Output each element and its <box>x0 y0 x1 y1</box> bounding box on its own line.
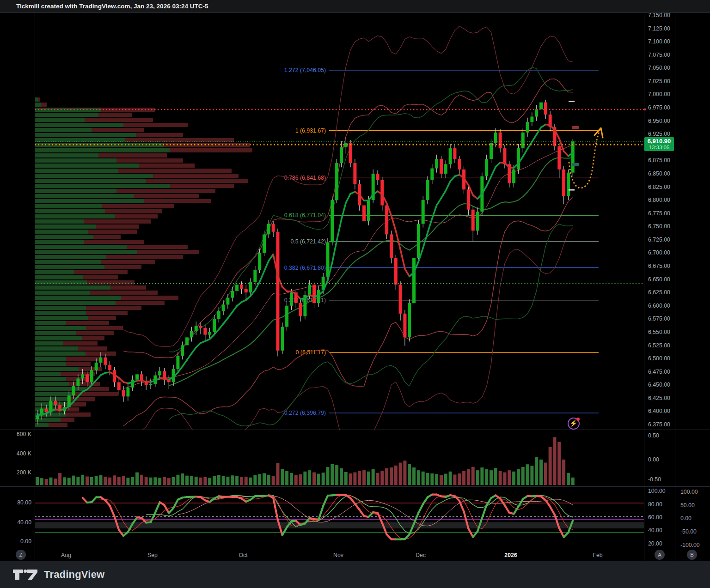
flash-icon[interactable]: ⚡ <box>568 418 580 430</box>
svg-text:6,800.00: 6,800.00 <box>648 197 670 203</box>
svg-text:7,000.00: 7,000.00 <box>648 91 670 97</box>
svg-text:80.00: 80.00 <box>17 499 31 506</box>
svg-text:6,525.00: 6,525.00 <box>648 342 670 349</box>
fib-level-label: 1 (6,931.67) <box>295 127 326 134</box>
last-price-value: 6,910.90 <box>644 138 674 145</box>
svg-text:6,375.00: 6,375.00 <box>648 421 670 428</box>
fib-level-label: 1.272 (7,046.05) <box>284 67 326 73</box>
fib-level-label: -0.272 (6,396.79) <box>282 410 326 416</box>
scale-a-button[interactable]: A <box>655 550 665 560</box>
svg-text:6,775.00: 6,775.00 <box>648 210 670 217</box>
svg-text:Feb: Feb <box>593 552 602 558</box>
svg-text:Dec: Dec <box>416 552 426 558</box>
fib-level-label: 0 (6,511.17) <box>296 349 326 356</box>
svg-text:-50.00: -50.00 <box>680 528 697 535</box>
svg-text:Oct: Oct <box>239 552 248 558</box>
svg-text:7,025.00: 7,025.00 <box>648 78 670 85</box>
svg-text:7,050.00: 7,050.00 <box>648 65 670 71</box>
svg-text:0.00: 0.00 <box>680 515 692 521</box>
tradingview-logo-icon[interactable] <box>13 569 38 581</box>
svg-text:200 K: 200 K <box>17 469 32 476</box>
svg-text:7,125.00: 7,125.00 <box>648 25 670 32</box>
scale-b-button[interactable]: B <box>687 550 697 560</box>
lightning-bolt-icon: ⚡ <box>569 420 577 426</box>
svg-text:6,575.00: 6,575.00 <box>648 315 670 322</box>
svg-text:6,975.00: 6,975.00 <box>648 104 670 111</box>
svg-text:600 K: 600 K <box>17 431 32 437</box>
svg-text:6,825.00: 6,825.00 <box>648 184 670 190</box>
svg-text:6,875.00: 6,875.00 <box>648 157 670 164</box>
svg-text:20.00: 20.00 <box>648 540 662 547</box>
svg-text:40.00: 40.00 <box>648 527 662 533</box>
svg-text:Aug: Aug <box>61 552 71 558</box>
svg-text:6,450.00: 6,450.00 <box>648 382 670 388</box>
svg-text:6,400.00: 6,400.00 <box>648 408 670 414</box>
svg-text:-0.50: -0.50 <box>648 476 661 483</box>
svg-text:6,675.00: 6,675.00 <box>648 263 670 269</box>
svg-text:6,500.00: 6,500.00 <box>648 355 670 362</box>
tradingview-footer: TradingView <box>0 561 710 588</box>
svg-text:6,650.00: 6,650.00 <box>648 276 670 283</box>
svg-text:6,425.00: 6,425.00 <box>648 395 670 401</box>
svg-text:50.00: 50.00 <box>680 502 695 509</box>
fib-level-label: 0.5 (6,721.42) <box>290 238 326 245</box>
svg-text:6,700.00: 6,700.00 <box>648 249 670 256</box>
svg-text:40.00: 40.00 <box>17 519 31 526</box>
svg-text:2026: 2026 <box>504 552 517 558</box>
svg-text:Sep: Sep <box>147 552 158 558</box>
notification-dot <box>576 418 580 421</box>
svg-text:6,925.00: 6,925.00 <box>648 131 670 137</box>
chart-canvas[interactable]: 1.272 (7,046.05)1 (6,931.67)0.786 (6,841… <box>0 0 710 561</box>
timezone-button[interactable]: Z <box>16 550 26 560</box>
svg-text:6,850.00: 6,850.00 <box>648 170 670 177</box>
svg-text:7,100.00: 7,100.00 <box>648 38 670 45</box>
tradingview-wordmark[interactable]: TradingView <box>44 569 104 581</box>
svg-text:7,150.00: 7,150.00 <box>648 12 670 18</box>
svg-text:0.00: 0.00 <box>648 456 659 463</box>
svg-text:6,625.00: 6,625.00 <box>648 289 670 296</box>
svg-text:Nov: Nov <box>333 552 344 558</box>
svg-text:6,725.00: 6,725.00 <box>648 236 670 243</box>
svg-text:100.00: 100.00 <box>648 488 666 494</box>
fib-level-label: 0.786 (6,841.68) <box>284 175 326 181</box>
svg-text:6,475.00: 6,475.00 <box>648 369 670 375</box>
svg-text:400 K: 400 K <box>17 450 32 457</box>
bar-countdown: 13:33:05 <box>644 145 674 151</box>
last-price-badge: 6,910.90 13:33:05 <box>644 137 674 151</box>
svg-text:7,075.00: 7,075.00 <box>648 52 670 58</box>
fib-level-label: 0.618 (6,771.04) <box>284 212 326 218</box>
svg-text:60.00: 60.00 <box>648 514 662 521</box>
fib-level-label: 0.382 (6,671.80) <box>284 265 326 271</box>
svg-text:6,750.00: 6,750.00 <box>648 223 670 230</box>
tradingview-chart-app: Tickmill created with TradingView.com, J… <box>0 0 710 588</box>
svg-text:-100.00: -100.00 <box>680 542 700 548</box>
svg-text:100.00: 100.00 <box>680 489 698 495</box>
svg-text:80.00: 80.00 <box>648 501 662 508</box>
svg-text:0.50: 0.50 <box>648 432 659 439</box>
svg-text:6,550.00: 6,550.00 <box>648 329 670 335</box>
svg-text:0.00: 0.00 <box>20 538 31 545</box>
svg-text:6,950.00: 6,950.00 <box>648 118 670 124</box>
svg-text:6,600.00: 6,600.00 <box>648 303 670 309</box>
